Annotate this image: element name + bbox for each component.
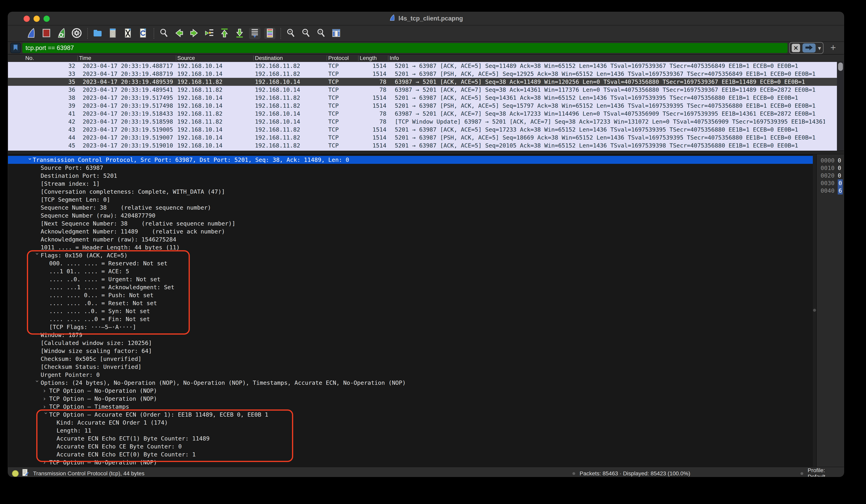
zoom-in-button[interactable]: + [285,28,297,39]
detail-line-27[interactable]: Urgent Pointer: 0 [8,371,813,379]
restart-capture-button[interactable] [56,28,67,39]
cell-info: 5201 → 63987 [ACK, ACE=5] Seq=17233 Ack=… [387,126,837,134]
close-file-button[interactable] [122,28,134,39]
bytes-row-0030[interactable]: 00300 [817,179,844,187]
chevron-expanded-icon[interactable]: › [42,412,50,418]
detail-text: [Window size scaling factor: 64] [41,348,152,354]
details-scrollbar-thumb[interactable] [813,309,816,312]
detail-line-28[interactable]: ›Options: (24 bytes), No-Operation (NOP)… [8,379,813,387]
find-packet-button[interactable] [158,28,170,39]
chevron-collapsed-icon[interactable]: › [43,387,49,395]
packet-list-scrollbar[interactable] [837,62,844,151]
detail-line-0[interactable]: ›Transmission Control Protocol, Src Port… [8,156,813,164]
bytes-row-0020[interactable]: 00200 [817,172,844,179]
column-separator[interactable] [253,56,254,61]
packet-row-43[interactable]: 432023-04-17 20:33:19.519005192.168.10.1… [8,126,837,134]
go-back-button[interactable] [173,28,185,39]
column-header-no[interactable]: No. [25,55,34,61]
display-filter-input[interactable]: tcp.port == 63987 [22,43,788,53]
add-filter-button[interactable]: + [830,42,836,53]
detail-line-26[interactable]: [Checksum Status: Unverified] [8,363,813,371]
open-file-icon [92,27,103,40]
chevron-collapsed-icon[interactable]: › [43,395,49,403]
detail-line-25[interactable]: Checksum: 0x505c [unverified] [8,355,813,363]
column-header-destination[interactable]: Destination [255,55,283,61]
chevron-expanded-icon[interactable]: › [26,157,34,163]
bytes-row-0000[interactable]: 00000 [817,157,844,164]
detail-text: [Next Sequence Number: 38 (relative sequ… [41,220,235,227]
column-header-time[interactable]: Time [79,55,91,61]
column-separator[interactable] [388,56,388,61]
filter-apply-button[interactable] [802,43,815,53]
packet-list-scrollbar-thumb[interactable] [838,63,843,71]
detail-line-23[interactable]: [Calculated window size: 120256] [8,339,813,347]
column-separator[interactable] [327,56,327,61]
packet-row-39[interactable]: 392023-04-17 20:33:19.517498192.168.10.1… [8,102,837,110]
bytes-row-0040[interactable]: 00406 [817,187,844,194]
detail-line-2[interactable]: Destination Port: 5201 [8,172,813,180]
packet-row-45[interactable]: 452023-04-17 20:33:19.519010192.168.10.1… [8,142,837,149]
packet-row-36[interactable]: 362023-04-17 20:33:19.489541192.168.11.8… [8,86,837,94]
packet-row-44[interactable]: 442023-04-17 20:33:19.519007192.168.10.1… [8,134,837,142]
cell-time: 2023-04-17 20:33:19.519007 [77,134,176,142]
detail-line-30[interactable]: ›TCP Option – No-Operation (NOP) [8,395,813,403]
zoom-window-button[interactable] [43,15,50,22]
column-header-info[interactable]: Info [390,55,399,61]
capture-comment-icon[interactable] [22,469,29,477]
reload-file-button[interactable] [137,28,149,39]
go-first-button[interactable] [219,28,230,39]
detail-line-7[interactable]: Sequence Number (raw): 4204877790 [8,212,813,220]
go-forward-button[interactable] [188,28,200,39]
save-file-button[interactable]: 010100110101110 [107,28,119,39]
colorize-button[interactable] [264,28,276,39]
detail-line-3[interactable]: [Stream index: 1] [8,180,813,188]
window-title: l4s_tcp_client.pcapng [389,14,463,23]
detail-line-10[interactable]: Acknowledgment number (raw): 1546275284 [8,235,813,244]
detail-line-6[interactable]: Sequence Number: 38 (relative sequence n… [8,204,813,212]
chevron-expanded-icon[interactable]: › [33,252,41,259]
filter-bookmark-button[interactable] [10,43,21,53]
pane-splitter[interactable] [8,151,844,154]
zoom-reset-button[interactable]: = [315,28,327,39]
go-last-button[interactable] [234,28,245,39]
detail-line-24[interactable]: [Window size scaling factor: 64] [8,347,813,355]
packet-row-38[interactable]: 382023-04-17 20:33:19.517495192.168.10.1… [8,94,837,102]
start-capture-button[interactable] [25,28,37,39]
bytes-row-0010[interactable]: 00100 [817,164,844,172]
packet-row-42[interactable]: 422023-04-17 20:33:19.518598192.168.11.8… [8,117,837,126]
close-window-button[interactable] [23,15,30,22]
column-header-length[interactable]: Length [360,55,377,61]
filter-dropdown-chevron-icon[interactable]: ▾ [818,45,821,52]
packet-row-33[interactable]: 332023-04-17 20:33:19.488719192.168.10.1… [8,70,837,78]
detail-line-4[interactable]: [Conversation completeness: Complete, WI… [8,188,813,196]
zoom-out-button[interactable]: − [300,28,312,39]
auto-scroll-button[interactable] [249,28,260,39]
column-header-protocol[interactable]: Protocol [328,55,349,61]
packet-row-46[interactable]: 462023-04-17 20:33:19.519013192.168.10.1… [8,149,837,151]
detail-line-9[interactable]: Acknowledgment Number: 11489 (relative a… [8,227,813,235]
status-profile[interactable]: Profile: Default [800,467,844,477]
column-separator[interactable] [176,56,176,61]
resize-columns-button[interactable] [331,28,342,39]
cell-time: 2023-04-17 20:33:19.519013 [77,149,176,151]
minimize-window-button[interactable] [33,15,40,22]
detail-line-29[interactable]: ›TCP Option – No-Operation (NOP) [8,387,813,395]
detail-line-8[interactable]: [Next Sequence Number: 38 (relative sequ… [8,220,813,227]
go-to-packet-button[interactable] [203,28,215,39]
detail-line-1[interactable]: Source Port: 63987 [8,164,813,172]
packet-row-41[interactable]: 412023-04-17 20:33:19.518433192.168.11.8… [8,110,837,117]
column-separator[interactable] [77,56,78,61]
stop-capture-button[interactable] [41,28,52,39]
expert-info-icon[interactable] [12,470,19,477]
packet-row-32[interactable]: 322023-04-17 20:33:19.488717192.168.10.1… [8,62,837,70]
column-separator[interactable] [358,56,358,61]
details-scrollbar[interactable] [813,154,816,467]
detail-text: TCP Option – No-Operation (NOP) [49,387,157,394]
capture-options-button[interactable] [71,28,82,39]
filter-clear-button[interactable]: ✕ [792,44,800,52]
chevron-expanded-icon[interactable]: › [33,379,41,386]
column-header-source[interactable]: Source [177,55,195,61]
detail-line-5[interactable]: [TCP Segment Len: 0] [8,196,813,204]
packet-row-35[interactable]: 352023-04-17 20:33:19.489539192.168.11.8… [8,78,837,86]
open-file-button[interactable] [92,28,103,39]
